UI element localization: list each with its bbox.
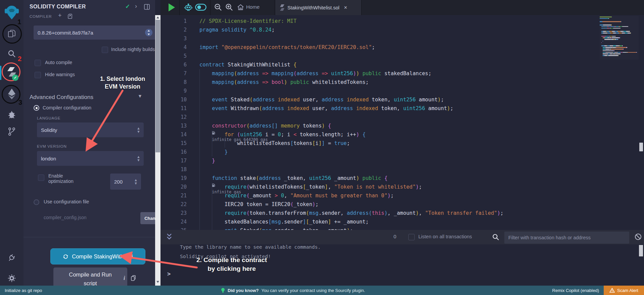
code-line[interactable]: import "@openzeppelin/contracts/token/ER… [199,43,600,52]
auto-compile-label[interactable]: Auto compile [45,60,72,65]
zoom-out-icon[interactable] [214,3,222,11]
code-line[interactable]: contract StakingWithWhitelist { [199,60,600,69]
annotation-number-3: 3 [18,99,22,106]
compile-and-run-button[interactable]: Compile and Runscript [53,267,127,286]
language-select[interactable]: Solidity ▲▼ [37,122,144,137]
panel-chevron-icon[interactable]: › [135,3,137,10]
code-line[interactable]: whitelistedTokens[tokens[i]] = true; [199,139,600,148]
active-plugin-indicator [0,66,1,80]
hide-warnings-label[interactable]: Hide warnings [45,72,75,77]
line-number: 12 [162,113,187,121]
optimization-runs-input[interactable]: 200 ▲▼ [110,174,141,190]
listen-transactions-checkbox[interactable] [408,234,415,240]
editor-scrollbar-thumb[interactable] [639,143,643,151]
include-nightly-label[interactable]: Include nightly builds [111,47,155,52]
add-compiler-icon[interactable]: + [58,12,62,19]
scroll-down-arrow[interactable] [156,281,159,283]
remix-logo-icon[interactable] [0,4,24,20]
code-line[interactable]: constructor(address[] memory tokens) {in… [199,121,600,130]
enable-optimization-checkbox[interactable] [38,175,44,181]
code-line[interactable]: require(token.transferFrom(msg.sender, a… [199,209,600,217]
compiler-version-select[interactable]: 0.8.26+commit.8a97fa7a [34,26,155,40]
code-line[interactable]: // SPDX-License-Identifier: MIT [199,17,600,26]
code-line[interactable]: } [199,148,600,156]
terminal-line: Type the library name to see available c… [180,244,321,252]
settings-gear-icon[interactable] [0,274,24,283]
code-content[interactable]: // SPDX-License-Identifier: MITpragma so… [199,17,600,230]
plugin-manager-icon[interactable] [0,254,24,262]
terminal-search-icon[interactable] [492,234,499,240]
zoom-in-icon[interactable] [225,3,233,11]
home-icon[interactable] [237,4,244,11]
tab-stakingwithwhitelist[interactable]: StakingWithWhitelist.sol ✕ [275,0,361,15]
line-number: 11 [162,104,187,113]
minimap[interactable] [600,16,639,60]
version-refresh-icon[interactable] [144,28,153,37]
evm-select-arrows-icon: ▲▼ [137,155,140,162]
run-script-play-icon[interactable] [168,3,175,12]
code-line[interactable]: require(_amount > 0, "Amount must be gre… [199,191,600,200]
debugger-icon[interactable] [0,110,24,119]
panel-scrollbar[interactable] [155,15,160,286]
code-line[interactable]: mapping(address => bool) public whitelis… [199,78,600,87]
code-line[interactable]: event Staked(address indexed user, addre… [199,95,600,104]
scrollbar-thumb[interactable] [155,20,160,152]
runs-stepper-arrows-icon[interactable]: ▲▼ [134,178,138,185]
panel-divider [24,237,155,237]
code-line[interactable] [199,34,600,43]
compiler-version-value: 0.8.26+commit.8a97fa7a [38,30,93,36]
pin-panel-icon[interactable] [144,4,150,10]
code-line[interactable]: function stake(address _token, uint256 _… [199,174,600,183]
compiler-configuration-label[interactable]: Compiler configuration [43,105,91,110]
copilot-toggle[interactable] [195,4,206,11]
copy-icon[interactable] [131,275,136,281]
compile-button[interactable]: Compile StakingWithWhi [50,248,145,264]
code-line[interactable]: emit Staked(msg.sender, _token, _amount)… [199,226,600,230]
scroll-up-arrow[interactable] [156,16,159,18]
hide-warnings-checkbox[interactable] [35,72,41,78]
terminal-toolbar: 0 Listen on all transactions [160,230,644,244]
include-nightly-checkbox[interactable] [102,47,108,53]
clear-console-ban-icon[interactable] [635,233,642,240]
code-line[interactable] [199,52,600,60]
collapse-terminal-icon[interactable] [167,233,172,241]
git-init-status[interactable]: Initialize as git repo [5,288,42,293]
code-line[interactable]: pragma solidity ^0.8.24; [199,26,600,34]
use-config-file-label[interactable]: Use configuration file [44,199,89,204]
use-config-file-radio[interactable] [34,199,39,205]
annotation-step2: 2. Compile the contractby clicking here [188,256,275,273]
solidity-file-icon [280,4,284,11]
code-line[interactable]: } [199,156,600,165]
info-icon[interactable]: i [124,275,125,281]
code-line[interactable]: stakedBalances[msg.sender][_token] += _a… [199,217,600,226]
change-config-button[interactable]: Change [140,212,155,224]
listen-transactions-label[interactable]: Listen on all transactions [418,234,472,239]
terminal-scrollbar-thumb[interactable] [639,245,643,256]
code-line[interactable] [199,165,600,174]
code-line[interactable]: IERC20 token = IERC20(_token); [199,200,600,209]
code-editor[interactable]: 1234567891011121314151617181920212223242… [160,15,644,230]
scam-alert-button[interactable]: Scam Alert [604,286,644,295]
evm-version-select[interactable]: london ▲▼ [37,151,144,166]
enable-optimization-label[interactable]: Enableoptimization [48,173,74,184]
auto-compile-checkbox[interactable] [35,60,41,66]
transaction-filter-input[interactable] [504,232,629,244]
copilot-status[interactable]: Remix Copilot (enabled) [552,288,599,293]
advanced-configurations-title[interactable]: Advanced Configurations [30,94,93,101]
open-compiler-file-icon[interactable] [67,13,73,19]
tab-close-icon[interactable]: ✕ [344,5,348,10]
code-line[interactable]: require(whitelistedTokens[_token], "Toke… [199,183,600,191]
code-line[interactable]: event Withdrawn(address indexed user, ad… [199,104,600,113]
code-line[interactable]: for (uint256 i = 0; i < tokens.length; i… [199,130,600,139]
terminal-prompt: > [167,271,171,277]
line-number: 1 [162,17,187,26]
compiler-configuration-radio[interactable] [34,105,39,111]
line-number: 10 [162,95,187,104]
code-line[interactable] [199,113,600,121]
ai-copilot-robot-icon[interactable] [184,3,193,12]
code-line[interactable]: mapping(address => mapping(address => ui… [199,69,600,78]
home-tab-label[interactable]: Home [246,4,260,10]
advanced-chevron-down-icon[interactable]: ▼ [138,93,142,99]
git-icon[interactable] [0,127,24,136]
code-line[interactable] [199,87,600,95]
